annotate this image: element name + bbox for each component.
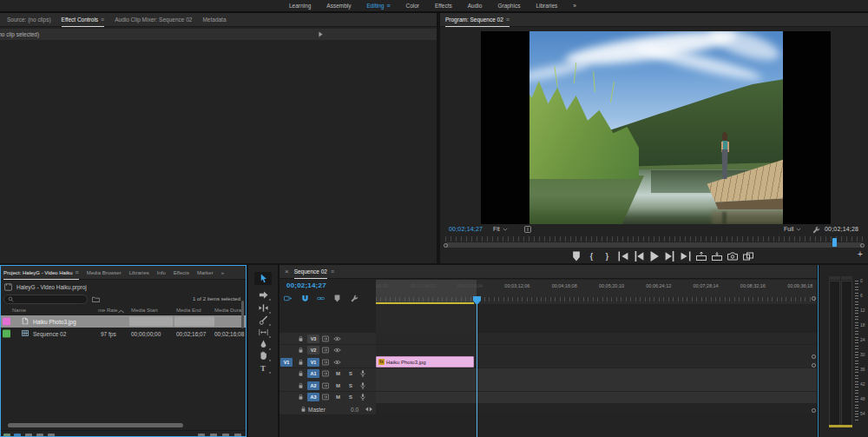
scrubber-left-handle[interactable]: [444, 243, 448, 248]
timeline-ruler[interactable]: 00;0000;01;04;0200;02;08;0400;03;12;0600…: [376, 280, 817, 304]
track-a2-content[interactable]: [376, 380, 817, 391]
project-tab-project-haleyg-video-haiku[interactable]: Project: HaleyG - Video Haiku≡: [3, 266, 79, 280]
export-frame-button[interactable]: [727, 251, 738, 262]
ripple-edit-tool[interactable]: [254, 301, 272, 315]
voiceover-record-icon[interactable]: [359, 370, 366, 377]
track-a3-target-button[interactable]: A3: [307, 393, 319, 401]
project-tab-overflow[interactable]: »: [221, 266, 224, 280]
source-group-tab-source-no-clips[interactable]: Source: (no clips): [7, 13, 51, 27]
type-tool[interactable]: T: [254, 361, 272, 374]
track-a2-target-button[interactable]: A2: [307, 381, 319, 390]
project-tab-marker[interactable]: Marker: [197, 266, 214, 280]
voiceover-record-icon[interactable]: [359, 382, 366, 389]
toggle-track-output-icon[interactable]: [333, 358, 341, 366]
sync-lock-icon[interactable]: [322, 394, 329, 401]
project-tab-libraries[interactable]: Libraries: [129, 266, 149, 280]
track-v3-content[interactable]: [376, 333, 817, 344]
mute-button[interactable]: M: [336, 371, 340, 376]
project-tab-effects[interactable]: Effects: [174, 266, 189, 280]
project-tab-media-browser[interactable]: Media Browser: [87, 266, 122, 280]
new-bin-icon[interactable]: [210, 434, 217, 437]
sync-lock-icon[interactable]: [322, 347, 329, 354]
track-lock-icon[interactable]: [298, 371, 304, 377]
workspace-tab-color[interactable]: Color: [405, 3, 419, 9]
workspace-tab-graphics[interactable]: Graphics: [497, 3, 520, 9]
project-tab-info[interactable]: Info: [157, 266, 166, 280]
slip-tool[interactable]: [254, 326, 272, 339]
horizontal-scrollbar[interactable]: [8, 423, 183, 427]
ruler-scroll-handle[interactable]: [812, 296, 816, 301]
zoom-level-select[interactable]: Fit: [493, 226, 508, 232]
track-v2-content[interactable]: [376, 345, 817, 356]
program-current-timecode[interactable]: 00;02;14;27: [449, 226, 483, 232]
track-v3-target-button[interactable]: V3: [307, 334, 319, 343]
hand-tool[interactable]: [254, 349, 272, 362]
track-v1-target-button[interactable]: V1: [307, 358, 319, 367]
settings-wrench-icon[interactable]: [812, 226, 820, 234]
solo-button[interactable]: S: [349, 371, 352, 376]
workspace-overflow-button[interactable]: »: [573, 3, 576, 9]
track-a1-content[interactable]: [376, 368, 817, 380]
track-scroll-handle[interactable]: [812, 408, 816, 413]
close-icon[interactable]: ×: [283, 268, 291, 275]
lift-button[interactable]: [695, 251, 707, 262]
search-input[interactable]: [3, 295, 88, 304]
zoom-in-icon[interactable]: [48, 434, 55, 437]
sync-lock-icon[interactable]: [322, 382, 329, 389]
column-header-media-end[interactable]: Media End: [176, 308, 201, 313]
track-v2-target-button[interactable]: V2: [307, 346, 319, 354]
scrubber-rail[interactable]: [445, 242, 863, 248]
workspace-tab-effects[interactable]: Effects: [435, 3, 452, 9]
column-header-name[interactable]: Name: [12, 308, 26, 313]
track-lock-icon[interactable]: [298, 348, 304, 354]
column-header-media-durat[interactable]: Media Durat: [214, 308, 243, 313]
label-color-chip[interactable]: [3, 330, 10, 338]
timeline-display-settings[interactable]: [351, 295, 358, 302]
track-lock-icon[interactable]: [300, 406, 306, 412]
timeline-clip-haiku-photo3-jpg[interactable]: fxHaiku Photo3.jpg: [376, 356, 474, 367]
toggle-track-output-icon[interactable]: [333, 347, 341, 354]
vertical-scrollbar[interactable]: [241, 301, 244, 328]
step-back-button[interactable]: [633, 251, 644, 262]
sort-ascending-icon[interactable]: [118, 308, 124, 315]
track-lock-icon[interactable]: [298, 394, 304, 401]
project-bin-path[interactable]: HaleyG - Video Haiku.prproj: [1, 281, 246, 293]
workspace-tab-audio[interactable]: Audio: [468, 3, 483, 9]
icon-view-icon[interactable]: [14, 434, 21, 437]
extract-button[interactable]: [711, 251, 722, 262]
track-select-forward-tool[interactable]: [254, 288, 272, 301]
track-scroll-handle[interactable]: [812, 363, 816, 367]
track-lock-icon[interactable]: [298, 382, 304, 388]
toggle-track-output-icon[interactable]: [333, 334, 341, 342]
source-group-tab-audio-clip-mixer-sequence-02[interactable]: Audio Clip Mixer: Sequence 02: [115, 13, 192, 27]
go-to-out-button[interactable]: [680, 251, 691, 262]
column-header-media-start[interactable]: Media Start: [131, 308, 158, 313]
track-a1-target-button[interactable]: A1: [307, 369, 319, 378]
add-marker-button[interactable]: [570, 251, 582, 262]
step-forward-button[interactable]: [664, 251, 675, 262]
sync-lock-icon[interactable]: [322, 359, 329, 366]
new-item-icon[interactable]: [222, 434, 229, 437]
program-tab[interactable]: Program: Sequence 02 ≡: [445, 13, 510, 27]
track-lock-icon[interactable]: [298, 359, 304, 365]
project-row-sequence-02[interactable]: Sequence 0297 fps00;00;00;0000;02;16;070…: [1, 328, 246, 340]
source-patch-v1[interactable]: V1: [280, 358, 293, 367]
track-lock-icon[interactable]: [298, 335, 304, 341]
zoom-out-icon[interactable]: [25, 434, 32, 437]
razor-tool[interactable]: [254, 314, 272, 327]
track-a3-content[interactable]: [376, 392, 817, 403]
program-scrubber[interactable]: [440, 236, 868, 248]
voiceover-record-icon[interactable]: [359, 394, 366, 401]
workspace-tab-libraries[interactable]: Libraries: [536, 3, 557, 9]
playback-resolution-select[interactable]: Full: [784, 226, 801, 232]
source-group-tab-metadata[interactable]: Metadata: [202, 13, 226, 27]
source-group-tab-effect-controls[interactable]: Effect Controls≡: [62, 13, 105, 27]
mute-button[interactable]: M: [336, 394, 340, 400]
track-v1-content[interactable]: fxHaiku Photo3.jpg: [376, 356, 817, 367]
add-marker-button[interactable]: [333, 295, 341, 302]
insert-nest-toggle[interactable]: [284, 295, 292, 302]
go-to-in-button[interactable]: [617, 251, 628, 262]
workspace-tab-editing[interactable]: Editing≡: [367, 3, 391, 9]
sync-lock-icon[interactable]: [322, 335, 329, 342]
zoom-slider[interactable]: [36, 434, 43, 437]
